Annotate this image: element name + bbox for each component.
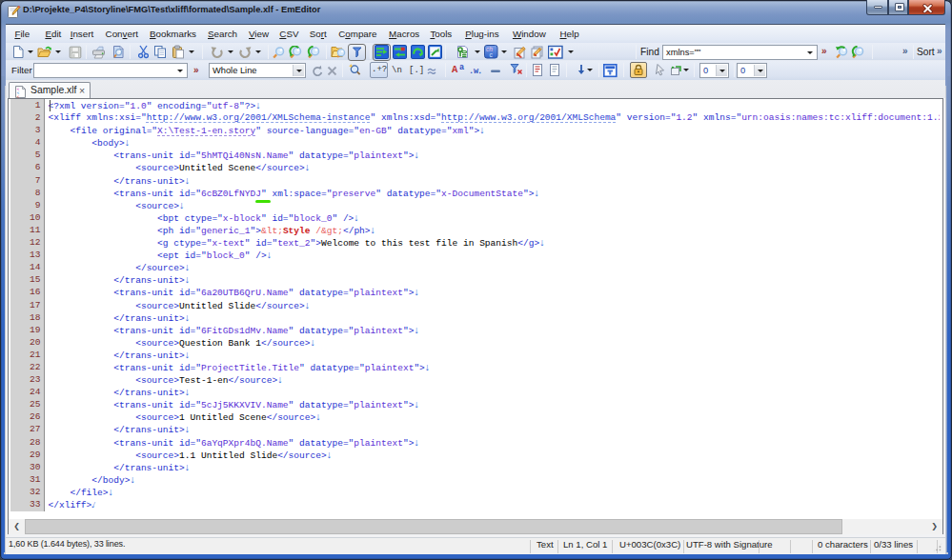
svg-text:<: < <box>16 93 19 98</box>
